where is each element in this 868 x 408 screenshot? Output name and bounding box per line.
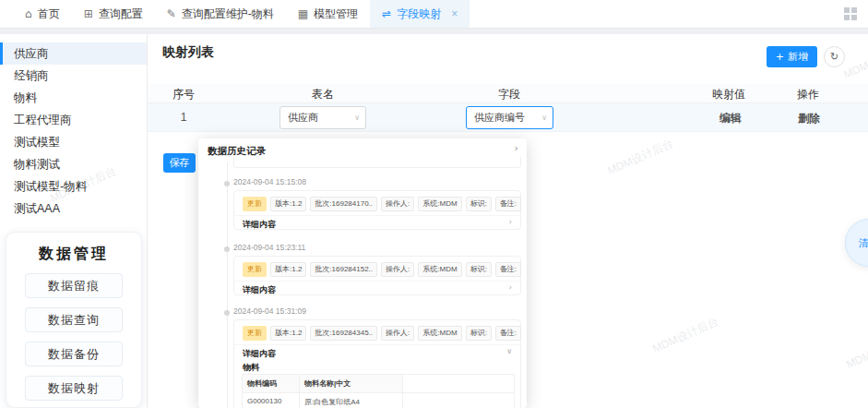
mark-badge: 标识: [466,262,492,277]
chevron-down-icon: ∨ [541,107,547,128]
plus-icon: + [776,51,784,63]
tab-bar: ⌂ 首页 ⊞ 查询配置 ✎ 查询配置维护-物料 ▦ 模型管理 ⇌ 字段映射 × [0,0,868,29]
refresh-button[interactable]: ↻ [824,46,845,67]
divider [234,215,520,216]
mapping-icon: ⇌ [382,7,391,20]
history-badges: 更新 版本:1.2 批次:169284152.. 操作人: 系统:MDM 标识:… [243,262,521,277]
history-card: 更新 版本:1.2 批次:169284170.. 操作人: 系统:MDM 标识:… [233,190,521,230]
material-name-cell: 原:白色复印纸A4 现:白色复印纸A42211 [300,393,403,408]
tab-home[interactable]: ⌂ 首页 [13,0,72,28]
detail-label: 详细内容 [243,219,276,231]
close-icon[interactable]: × [451,8,458,19]
popup-title: 数据历史记录 [208,145,266,158]
grid-square [851,7,857,13]
field-select[interactable]: 供应商编号 ∨ [466,106,553,129]
tab-label: 查询配置 [99,6,143,22]
remark-badge: 备注: [495,262,521,277]
material-code-cell: G0000130 [243,393,300,408]
col-header-field: 字段 [498,87,520,102]
timeline-dot [224,181,230,186]
col-header-table: 表名 [312,87,334,102]
sidebar-item-engineering-agent[interactable]: 工程代理商 [0,109,147,131]
col-header-action: 操作 [797,87,819,102]
data-mapping-button[interactable]: 数据映射 [25,376,123,401]
operator-badge: 操作人: [381,197,414,211]
col-header-index: 序号 [172,87,195,102]
sidebar-item-supplier[interactable]: 供应商 [0,42,147,65]
material-diff-table: 物料编码 物料名称|中文 G0000130 原:白色复印纸A4 现:白色复印纸A… [242,374,515,408]
sidebar-model-list: 供应商 经销商 物料 工程代理商 测试模型 物料测试 测试模型-物料 测试AAA [0,34,147,220]
sidebar-item-dealer[interactable]: 经销商 [0,65,147,87]
home-icon: ⌂ [25,7,32,20]
data-query-button[interactable]: 数据查询 [25,307,123,332]
timeline-dot [224,310,230,316]
history-card-partial [233,157,521,168]
table-name-select[interactable]: 供应商 ∨ [279,106,366,129]
old-value: 原:白色复印纸A4 [304,397,398,407]
sidebar-item-test-model-material[interactable]: 测试模型-物料 [0,175,147,198]
remark-badge: 备注: [495,197,521,211]
history-card: 更新 版本:1.2 批次:169284152.. 操作人: 系统:MDM 标识:… [233,256,521,295]
add-button[interactable]: +新增 [767,46,817,67]
batch-badge: 批次:169284170.. [310,197,377,211]
data-trace-button[interactable]: 数据留痕 [25,273,123,298]
tab-query-config-material[interactable]: ✎ 查询配置维护-物料 [155,0,286,28]
chevron-down-icon[interactable]: ∨ [506,347,512,355]
sidebar-item-material-test[interactable]: 物料测试 [0,153,147,175]
col-header-empty [403,375,514,393]
history-badges: 更新 版本:1.2 批次:169284170.. 操作人: 系统:MDM 标识:… [243,197,521,211]
grid-square [844,15,850,20]
collapse-icon[interactable]: › [515,142,518,154]
col-header-mapping: 映射值 [712,87,745,102]
operator-badge: 操作人: [381,326,414,341]
divider [234,344,520,345]
add-button-label: 新增 [788,51,808,62]
history-time: 2024-09-04 15:31:09 [233,306,306,316]
apps-grid-icon[interactable] [844,7,857,20]
tab-field-mapping[interactable]: ⇌ 字段映射 × [370,0,470,28]
data-management-title: 数据管理 [6,245,141,264]
update-badge: 更新 [243,197,267,211]
update-badge: 更新 [243,326,267,341]
data-backup-button[interactable]: 数据备份 [25,342,123,366]
history-badges: 更新 版本:1.2 批次:169284345.. 操作人: 系统:MDM 标识:… [243,326,521,341]
system-badge: 系统:MDM [418,262,461,277]
update-badge: 更新 [243,262,267,277]
sidebar-item-test-model[interactable]: 测试模型 [0,131,147,153]
delete-link[interactable]: 删除 [798,111,820,126]
edit-icon: ✎ [167,7,176,20]
divider [234,281,520,282]
chevron-right-icon[interactable]: › [509,283,512,292]
refresh-icon: ↻ [830,51,838,63]
material-section-label: 物料 [243,362,259,374]
history-time: 2024-09-04 15:23:11 [233,243,305,252]
table-name-value: 供应商 [288,112,318,123]
tab-model-management[interactable]: ▦ 模型管理 [286,0,370,28]
mark-badge: 标识: [466,197,492,211]
tab-label: 字段映射 [397,6,441,22]
tab-query-config[interactable]: ⊞ 查询配置 [72,0,155,28]
tab-label: 查询配置维护-物料 [182,6,274,22]
sidebar-item-test-aaa[interactable]: 测试AAA [0,198,147,220]
timeline-dot [224,246,230,252]
page-title: 映射列表 [162,44,214,61]
data-history-popup: 数据历史记录 › 2024-09-04 15:15:08 更新 版本:1.2 批… [198,138,527,408]
model-icon: ▦ [298,7,308,20]
data-management-card: 数据管理 数据留痕 数据查询 数据备份 数据映射 [6,232,142,408]
grid-square [844,7,850,13]
version-badge: 版本:1.2 [270,197,306,211]
save-button[interactable]: 保存 [163,153,196,173]
table-icon: ⊞ [84,7,93,20]
col-header-material-code: 物料编码 [243,375,300,393]
table-row: 1 供应商 ∨ 供应商编号 ∨ 编辑 删除 [148,103,868,132]
chevron-down-icon: ∨ [354,107,360,128]
edit-link[interactable]: 编辑 [719,111,742,126]
chevron-right-icon[interactable]: › [509,218,512,226]
sidebar-item-material[interactable]: 物料 [0,87,147,109]
remark-badge: 备注: [495,326,521,341]
tab-label: 首页 [38,6,60,22]
col-header-material-name: 物料名称|中文 [300,375,403,393]
field-value: 供应商编号 [474,112,525,123]
detail-label: 详细内容 [243,348,276,360]
version-badge: 版本:1.2 [270,262,306,277]
